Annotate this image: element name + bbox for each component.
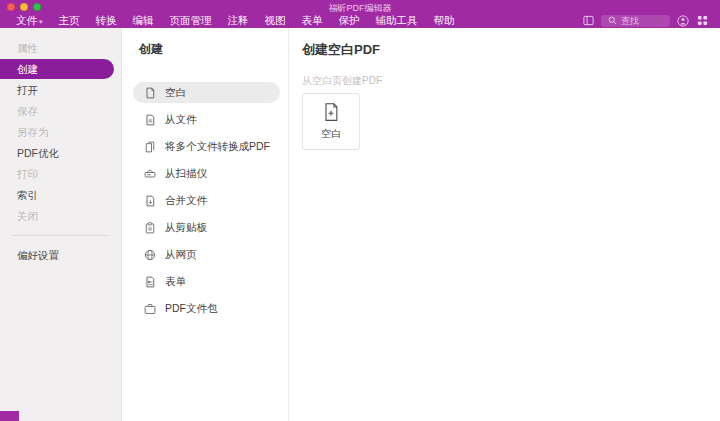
page-title: 创建空白PDF: [302, 41, 720, 59]
menubar-right-tools: [582, 15, 716, 27]
menu-convert[interactable]: 转换: [88, 13, 125, 28]
clipboard-icon: [144, 222, 156, 234]
create-panel: 创建 空白 从文件 将多个文件转换成PDF 从扫描仪: [123, 28, 289, 421]
multiple-files-icon: [144, 141, 156, 153]
scanner-icon: [144, 168, 156, 180]
menu-view[interactable]: 视图: [257, 13, 294, 28]
sidebar-item-preferences[interactable]: 偏好设置: [0, 245, 121, 265]
app-header: 福昕PDF编辑器 文件▾ 主页 转换 编辑 页面管理 注释 视图 表单 保护 辅…: [0, 0, 720, 28]
content-area: 创建空白PDF 从空白页创建PDF 空白: [290, 28, 720, 421]
sidebar-item-index[interactable]: 索引: [0, 185, 121, 205]
account-icon[interactable]: [677, 15, 689, 27]
sidebar-item-pdf-optimize[interactable]: PDF优化: [0, 143, 121, 163]
sidebar-item-create[interactable]: 创建: [0, 59, 114, 79]
create-item-label: 合并文件: [165, 194, 207, 208]
sidebar-item-close: 关闭: [0, 206, 121, 226]
create-item-from-web[interactable]: 从网页: [133, 244, 280, 265]
create-item-label: 空白: [165, 86, 186, 100]
file-sidebar: 属性 创建 打开 保存 另存为 PDF优化 打印 索引 关闭 偏好设置: [0, 28, 122, 421]
menu-page-organize[interactable]: 页面管理: [162, 13, 220, 28]
menu-bar: 文件▾ 主页 转换 编辑 页面管理 注释 视图 表单 保护 辅助工具 帮助: [0, 13, 720, 28]
blank-pdf-card[interactable]: 空白: [302, 93, 360, 150]
portfolio-icon: [144, 303, 156, 315]
search-input[interactable]: [621, 16, 665, 26]
sidebar-item-save-as: 另存为: [0, 122, 121, 142]
create-options-list: 空白 从文件 将多个文件转换成PDF 从扫描仪 合并文件: [123, 82, 288, 319]
sidebar-item-properties: 属性: [0, 38, 121, 58]
chevron-down-icon: ▾: [39, 18, 43, 25]
create-item-label: 从网页: [165, 248, 197, 262]
new-document-icon: [321, 102, 341, 122]
create-panel-title: 创建: [139, 41, 288, 58]
sidebar-item-open[interactable]: 打开: [0, 80, 121, 100]
page-subtitle: 从空白页创建PDF: [302, 74, 720, 88]
create-item-from-clipboard[interactable]: 从剪贴板: [133, 217, 280, 238]
menu-comment[interactable]: 注释: [220, 13, 257, 28]
window-title: 福昕PDF编辑器: [0, 2, 720, 15]
blank-card-label: 空白: [321, 127, 341, 141]
file-sidebar-list: 属性 创建 打开 保存 另存为 PDF优化 打印 索引 关闭: [0, 28, 121, 226]
blank-doc-icon: [144, 87, 156, 99]
titlebar: 福昕PDF编辑器: [0, 0, 720, 13]
apps-grid-icon[interactable]: [696, 15, 708, 27]
create-item-label: 将多个文件转换成PDF: [165, 140, 270, 154]
create-item-label: 从扫描仪: [165, 167, 207, 181]
combine-files-icon: [144, 195, 156, 207]
create-item-label: PDF文件包: [165, 302, 218, 316]
globe-icon: [144, 249, 156, 261]
create-item-label: 从剪贴板: [165, 221, 207, 235]
menu-protect[interactable]: 保护: [331, 13, 368, 28]
create-item-multiple-files[interactable]: 将多个文件转换成PDF: [133, 136, 280, 157]
window-controls: [7, 3, 41, 11]
search-icon: [606, 15, 618, 27]
create-item-pdf-portfolio[interactable]: PDF文件包: [133, 298, 280, 319]
create-item-combine-files[interactable]: 合并文件: [133, 190, 280, 211]
sidebar-item-save: 保存: [0, 101, 121, 121]
sidebar-item-print: 打印: [0, 164, 121, 184]
minimize-window-button[interactable]: [20, 3, 28, 11]
menu-accessibility[interactable]: 辅助工具: [368, 13, 426, 28]
create-item-blank[interactable]: 空白: [133, 82, 280, 103]
menu-edit[interactable]: 编辑: [125, 13, 162, 28]
maximize-window-button[interactable]: [33, 3, 41, 11]
close-window-button[interactable]: [7, 3, 15, 11]
sidebar-divider: [12, 235, 109, 236]
bottom-left-accent: [0, 411, 19, 421]
create-item-label: 从文件: [165, 113, 197, 127]
menu-form[interactable]: 表单: [294, 13, 331, 28]
create-item-from-scanner[interactable]: 从扫描仪: [133, 163, 280, 184]
menu-help[interactable]: 帮助: [426, 13, 463, 28]
form-icon: [144, 276, 156, 288]
create-item-from-file[interactable]: 从文件: [133, 109, 280, 130]
create-item-form[interactable]: 表单: [133, 271, 280, 292]
menu-home[interactable]: 主页: [51, 13, 88, 28]
from-file-icon: [144, 114, 156, 126]
create-item-label: 表单: [165, 275, 186, 289]
search-box[interactable]: [601, 15, 670, 27]
layout-toggle-icon[interactable]: [582, 15, 594, 27]
